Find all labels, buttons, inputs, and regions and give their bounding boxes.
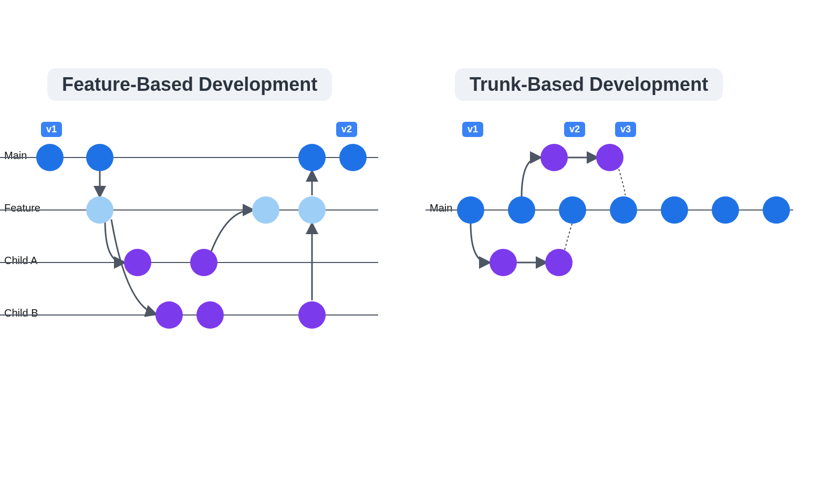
commit-tmain-6 bbox=[712, 196, 739, 224]
commit-feature-3 bbox=[298, 196, 326, 224]
commit-childB-2 bbox=[196, 301, 224, 329]
commit-tmain-2 bbox=[508, 196, 535, 224]
commit-tmain-4 bbox=[610, 196, 637, 224]
commit-childA-2 bbox=[190, 249, 217, 276]
commit-tmain-1 bbox=[457, 196, 484, 224]
commit-tmain-7 bbox=[763, 196, 790, 224]
commit-main-2 bbox=[86, 144, 113, 171]
commit-tmain-3 bbox=[559, 196, 586, 224]
commit-main-1 bbox=[36, 144, 64, 171]
diagram-svg bbox=[0, 0, 832, 504]
arrow-r-lower-merge bbox=[565, 223, 573, 250]
commit-tupper-1 bbox=[540, 144, 568, 171]
arrow-r-upper-merge bbox=[619, 169, 625, 195]
commit-feature-1 bbox=[86, 196, 113, 224]
commit-childB-3 bbox=[298, 301, 326, 329]
commit-childA-1 bbox=[124, 249, 151, 276]
commit-childB-1 bbox=[155, 301, 183, 329]
commit-tupper-2 bbox=[596, 144, 623, 171]
commit-tlower-2 bbox=[545, 249, 573, 276]
arrow-r-main-to-upper1 bbox=[522, 158, 539, 197]
commit-tmain-5 bbox=[661, 196, 688, 224]
commit-main-3 bbox=[298, 144, 326, 171]
commit-tlower-1 bbox=[490, 249, 517, 276]
arrow-childA-to-feature bbox=[209, 210, 252, 257]
arrow-feature-to-childA bbox=[105, 220, 123, 262]
commit-main-4 bbox=[339, 144, 367, 171]
arrow-r-main-to-lower1 bbox=[471, 223, 488, 262]
commit-feature-2 bbox=[252, 196, 279, 224]
